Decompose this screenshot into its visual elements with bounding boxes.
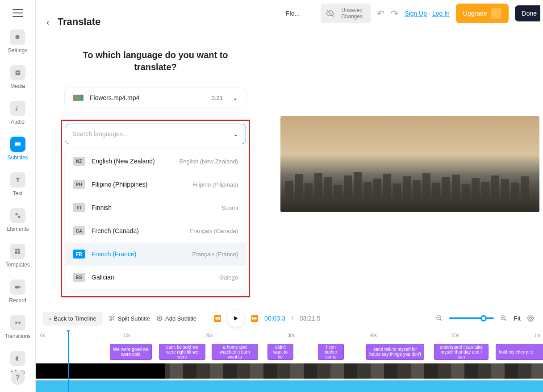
hamburger-icon[interactable] xyxy=(13,9,23,17)
sidebar-label: Audio xyxy=(11,119,25,125)
back-icon[interactable]: ‹ xyxy=(46,17,50,27)
subtitle-track[interactable]: We were good we were coldcan't be sold w… xyxy=(36,344,543,361)
settings-gear-icon[interactable] xyxy=(527,315,534,322)
ruler-tick: 20s xyxy=(205,333,213,338)
rewind-button[interactable]: ⏪ xyxy=(213,315,221,322)
total-time: 03:21.5 xyxy=(300,315,321,322)
sidebar-item-transitions[interactable]: Transitions xyxy=(4,315,30,339)
auth-links: Sign Up·Log In xyxy=(405,10,450,17)
language-native: Suomi xyxy=(221,204,238,211)
chevron-down-icon: ⌄ xyxy=(233,94,238,101)
language-option[interactable]: FI Finnish Suomi xyxy=(65,196,246,219)
help-button[interactable]: ? xyxy=(11,371,25,385)
save-status-text: Unsaved Changes xyxy=(338,7,365,20)
upgrade-button[interactable]: Upgrade ⚡ xyxy=(456,4,509,23)
undo-button[interactable]: ↶ xyxy=(377,8,384,19)
sidebar-item-elements[interactable]: Elements xyxy=(6,208,29,232)
subtitle-clip[interactable]: didn't want to lie xyxy=(267,344,293,360)
country-badge: ES xyxy=(73,273,85,282)
filters-icon xyxy=(10,351,25,366)
bolt-icon: ⚡ xyxy=(491,8,501,19)
top-bar: Flo... Unsaved Changes ↶ ↷ Sign Up·Log I… xyxy=(275,0,543,27)
signup-link[interactable]: Sign Up xyxy=(405,10,427,17)
subtitle-clip[interactable]: can't be sold we were right till we were xyxy=(159,344,205,360)
language-option[interactable]: ES Galician Galego xyxy=(65,266,246,289)
back-to-timeline-button[interactable]: ‹Back to Timeline xyxy=(43,312,103,325)
transitions-icon xyxy=(10,315,25,330)
sidebar-label: Subtitles xyxy=(7,154,28,161)
elements-icon xyxy=(10,208,25,223)
language-option-selected[interactable]: FR French (France) Français (France) xyxy=(65,242,246,266)
svg-rect-9 xyxy=(15,286,19,289)
subtitle-clip[interactable]: a home and watched it burn want to xyxy=(212,344,258,360)
file-duration: 3:21 xyxy=(212,95,223,101)
sidebar-item-record[interactable]: Record xyxy=(9,279,26,304)
audio-track[interactable] xyxy=(36,380,543,392)
zoom-slider[interactable] xyxy=(449,317,494,319)
language-search[interactable]: ⌄ xyxy=(65,124,246,144)
ruler-tick: 30s xyxy=(288,333,295,338)
ruler-tick: 40s xyxy=(370,333,377,338)
split-subtitle-button[interactable]: Split Subtitle xyxy=(109,315,150,322)
svg-rect-5 xyxy=(18,216,20,218)
panel-title: Translate xyxy=(58,16,101,28)
language-name: Filipino (Philippines) xyxy=(92,181,192,188)
subtitle-clip[interactable]: We were good we were cold xyxy=(110,344,152,360)
svg-line-25 xyxy=(505,319,506,321)
language-name: French (Canada) xyxy=(92,227,190,234)
timeline[interactable]: 0s 10s 20s 30s 40s 50s 1m We were good w… xyxy=(36,330,543,392)
country-badge: FI xyxy=(73,203,85,212)
redo-button[interactable]: ↷ xyxy=(391,8,398,19)
current-time: 00:03.3 xyxy=(264,315,285,322)
sidebar-label: Media xyxy=(10,83,25,89)
project-name[interactable]: Flo... xyxy=(286,10,300,17)
templates-icon xyxy=(10,244,25,259)
sidebar-item-media[interactable]: Media xyxy=(10,65,25,89)
svg-rect-8 xyxy=(18,251,20,254)
translate-panel: ‹ Translate To which language do you wan… xyxy=(36,0,275,304)
chevron-down-icon: ⌄ xyxy=(233,130,238,138)
fit-button[interactable]: Fit xyxy=(514,315,521,322)
subtitle-clip[interactable]: I can bother some xyxy=(318,344,344,360)
login-link[interactable]: Log In xyxy=(432,10,450,17)
save-status: Unsaved Changes xyxy=(321,4,371,24)
zoom-in-button[interactable] xyxy=(500,315,507,322)
svg-line-15 xyxy=(113,319,114,320)
subtitle-clip[interactable]: hold my cherry re xyxy=(496,344,543,360)
ruler-tick: 50s xyxy=(452,333,459,338)
video-track[interactable] xyxy=(36,363,543,379)
language-native: Galego xyxy=(219,274,238,281)
svg-point-0 xyxy=(16,35,20,39)
forward-button[interactable]: ⏩ xyxy=(251,315,258,322)
play-button[interactable] xyxy=(227,310,244,327)
sidebar-label: Text xyxy=(13,190,22,196)
playhead[interactable] xyxy=(68,330,69,392)
timeline-ruler[interactable]: 0s 10s 20s 30s 40s 50s 1m xyxy=(36,330,543,343)
language-option[interactable]: PH Filipino (Philippines) Filipino (Pili… xyxy=(65,173,246,196)
timeline-controls: ‹Back to Timeline Split Subtitle Add Sub… xyxy=(43,310,534,326)
done-button[interactable]: Done xyxy=(515,5,540,21)
translate-prompt: To which language do you want to transla… xyxy=(73,49,238,73)
sidebar-item-audio[interactable]: Audio xyxy=(10,101,25,125)
sidebar-item-settings[interactable]: Settings xyxy=(8,29,27,54)
cloud-off-icon xyxy=(326,9,335,18)
subtitle-clip[interactable]: sand talk to myself for hours say things… xyxy=(366,344,424,360)
zoom-out-button[interactable] xyxy=(436,315,443,322)
language-option[interactable]: NZ English (New Zealand) English (New Ze… xyxy=(65,150,246,173)
search-input[interactable] xyxy=(72,130,233,138)
video-preview[interactable] xyxy=(280,116,539,212)
language-picker-highlight: ⌄ NZ English (New Zealand) English (New … xyxy=(61,120,250,297)
svg-line-21 xyxy=(440,319,442,321)
svg-rect-4 xyxy=(15,213,17,216)
file-selector[interactable]: Flowers.mp4.mp4 3:21 ⌄ xyxy=(64,88,246,108)
add-subtitle-button[interactable]: Add Subtitle xyxy=(156,315,196,322)
country-badge: CA xyxy=(73,226,85,235)
language-option[interactable]: CA French (Canada) Français (Canada) xyxy=(65,219,246,242)
text-icon xyxy=(10,172,25,188)
svg-rect-2 xyxy=(15,142,21,146)
sidebar-item-subtitles[interactable]: Subtitles xyxy=(7,137,28,161)
sidebar-item-text[interactable]: Text xyxy=(10,172,25,196)
subtitle-clip[interactable]: understand I can take myself that day an… xyxy=(434,344,489,360)
sidebar-item-templates[interactable]: Templates xyxy=(5,244,30,268)
country-badge: PH xyxy=(73,180,85,189)
